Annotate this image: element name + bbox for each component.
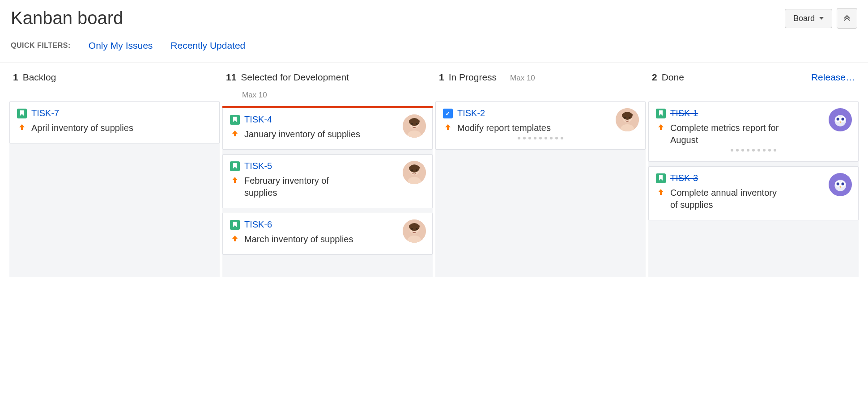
issue-card[interactable]: TISK-5February inventory of supplies xyxy=(222,154,433,208)
story-icon xyxy=(17,109,27,118)
column-count: 2 xyxy=(652,72,657,83)
story-icon xyxy=(230,115,240,125)
svg-point-21 xyxy=(837,118,838,119)
board-dropdown-label: Board xyxy=(793,14,815,23)
svg-point-10 xyxy=(411,228,413,230)
svg-point-2 xyxy=(411,123,413,125)
card-dots xyxy=(656,146,851,152)
release-link[interactable]: Release… xyxy=(811,72,855,82)
svg-point-6 xyxy=(411,169,413,171)
priority-up-icon xyxy=(656,122,666,132)
column-body[interactable]: ✓TISK-2Modify report templates xyxy=(435,101,646,277)
quick-filters-label: QUICK FILTERS: xyxy=(11,42,71,50)
column-body[interactable]: TISK-4January inventory of suppliesTISK-… xyxy=(222,106,433,277)
page-title: Kanban board xyxy=(11,8,123,28)
issue-key[interactable]: TISK-4 xyxy=(244,114,272,125)
board-dropdown[interactable]: Board xyxy=(785,9,832,28)
issue-card[interactable]: ✓TISK-2Modify report templates xyxy=(435,101,646,150)
story-icon xyxy=(230,161,240,171)
issue-card[interactable]: TISK-4January inventory of supplies xyxy=(222,108,433,150)
issue-summary: Complete metrics report for August xyxy=(670,122,787,146)
priority-up-icon xyxy=(230,175,240,185)
column-done: 2DoneRelease…TISK-1Complete metrics repo… xyxy=(647,63,860,277)
column-name: Backlog xyxy=(23,72,56,83)
column-selected-for-development: 11Selected for DevelopmentMax 10TISK-4Ja… xyxy=(221,63,434,277)
story-icon xyxy=(656,173,666,183)
caret-down-icon xyxy=(819,17,824,20)
column-max: Max 10 xyxy=(242,91,395,100)
issue-key[interactable]: TISK-5 xyxy=(244,161,272,171)
priority-up-icon xyxy=(230,233,240,243)
assignee-avatar[interactable] xyxy=(829,108,852,131)
double-chevron-up-icon xyxy=(843,14,851,23)
issue-card[interactable]: TISK-7April inventory of supplies xyxy=(9,101,220,143)
assignee-avatar[interactable] xyxy=(829,173,852,196)
issue-card[interactable]: TISK-1Complete metrics report for August xyxy=(648,101,859,162)
column-backlog: 1BacklogTISK-7April inventory of supplie… xyxy=(8,63,221,277)
issue-card[interactable]: TISK-3Complete annual inventory of suppl… xyxy=(648,166,859,220)
column-max: Max 10 xyxy=(510,74,535,83)
svg-point-15 xyxy=(629,117,630,118)
priority-up-icon xyxy=(656,187,666,197)
column-count: 1 xyxy=(13,72,18,83)
svg-point-28 xyxy=(837,183,838,184)
svg-point-7 xyxy=(416,169,417,171)
svg-point-29 xyxy=(842,183,843,184)
svg-point-22 xyxy=(842,118,843,119)
story-icon xyxy=(656,109,666,118)
assignee-avatar[interactable] xyxy=(403,161,426,184)
assignee-avatar[interactable] xyxy=(403,114,426,138)
story-icon xyxy=(230,220,240,230)
filter-recently-updated[interactable]: Recently Updated xyxy=(170,40,245,51)
column-name: In Progress xyxy=(449,72,497,83)
assignee-avatar[interactable] xyxy=(403,219,426,243)
issue-summary: Complete annual inventory of supplies xyxy=(670,187,787,211)
assignee-avatar[interactable] xyxy=(616,108,639,131)
collapse-button[interactable] xyxy=(837,8,857,29)
issue-summary: January inventory of supplies xyxy=(244,128,360,140)
card-dots xyxy=(443,134,638,140)
column-count: 11 xyxy=(226,72,236,83)
issue-key[interactable]: TISK-2 xyxy=(457,108,485,118)
filter-only-my-issues[interactable]: Only My Issues xyxy=(89,40,153,51)
issue-summary: April inventory of supplies xyxy=(31,122,133,134)
priority-up-icon xyxy=(17,122,27,132)
issue-summary: February inventory of supplies xyxy=(244,175,361,199)
column-body[interactable]: TISK-7April inventory of supplies xyxy=(9,101,220,277)
svg-point-14 xyxy=(624,117,626,118)
priority-up-icon xyxy=(443,122,453,132)
column-name: Done xyxy=(662,72,684,83)
issue-key[interactable]: TISK-3 xyxy=(670,173,698,183)
issue-summary: March inventory of supplies xyxy=(244,233,353,245)
column-in-progress: 1In ProgressMax 10✓TISK-2Modify report t… xyxy=(434,63,647,277)
column-body[interactable]: TISK-1Complete metrics report for August… xyxy=(648,101,859,277)
issue-key[interactable]: TISK-6 xyxy=(244,219,272,230)
issue-summary: Modify report templates xyxy=(457,122,551,134)
issue-key[interactable]: TISK-1 xyxy=(670,108,698,118)
column-count: 1 xyxy=(439,72,444,83)
issue-key[interactable]: TISK-7 xyxy=(31,108,59,118)
column-name: Selected for Development xyxy=(241,72,349,83)
svg-point-3 xyxy=(416,123,417,125)
task-icon: ✓ xyxy=(443,109,453,118)
svg-point-11 xyxy=(416,228,417,230)
priority-up-icon xyxy=(230,128,240,138)
issue-card[interactable]: TISK-6March inventory of supplies xyxy=(222,213,433,255)
